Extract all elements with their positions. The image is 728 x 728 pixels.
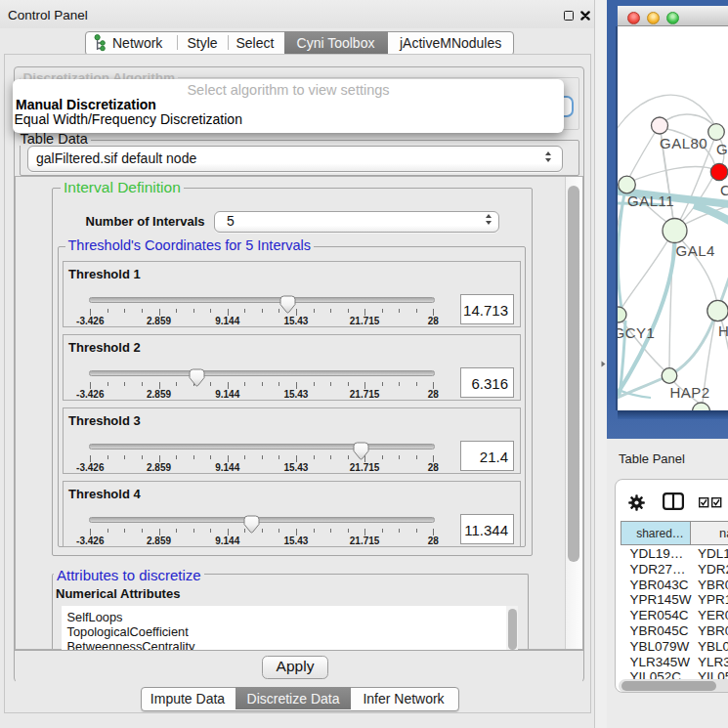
svg-text:H: H <box>718 322 728 339</box>
svg-text:GAL11: GAL11 <box>627 193 674 209</box>
svg-text:GA: GA <box>716 141 728 157</box>
svg-text:HAP2: HAP2 <box>670 384 710 401</box>
svg-text:GCY1: GCY1 <box>618 324 655 341</box>
svg-text:C: C <box>720 182 728 198</box>
svg-text:GAL4: GAL4 <box>676 242 715 259</box>
svg-text:GAL80: GAL80 <box>660 135 707 151</box>
